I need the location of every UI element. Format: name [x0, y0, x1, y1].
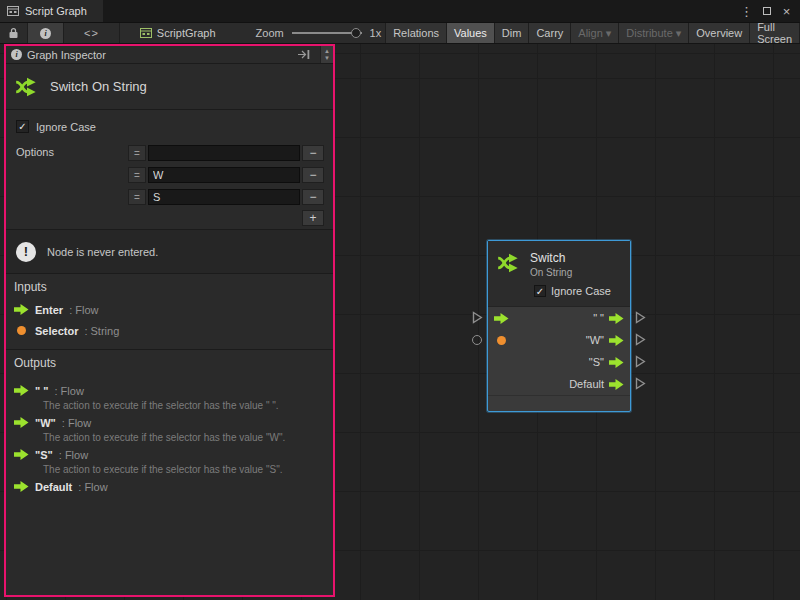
- output-flow-port[interactable]: [609, 379, 624, 390]
- remove-option-button[interactable]: −: [302, 167, 324, 183]
- ignore-case-toggle[interactable]: ✓ Ignore Case: [16, 120, 96, 133]
- code-icon: <>: [84, 27, 99, 39]
- full-screen-button[interactable]: Full Screen: [750, 23, 800, 43]
- dock-panel-icon[interactable]: [297, 49, 310, 60]
- checkbox-checked-icon[interactable]: ✓: [16, 120, 29, 133]
- enter-flow-port[interactable]: [494, 313, 509, 324]
- external-value-circle[interactable]: [472, 335, 482, 345]
- inspector-toggle-button[interactable]: i: [28, 23, 64, 43]
- inspector-header-title: Graph Inspector: [27, 49, 106, 61]
- output-flow-port[interactable]: [609, 313, 624, 324]
- inspector-header: i Graph Inspector ▲ ▼: [6, 46, 333, 64]
- switch-icon: [496, 250, 522, 276]
- flow-port-icon: [14, 385, 29, 396]
- remove-option-button[interactable]: −: [302, 145, 324, 161]
- drag-handle-icon[interactable]: =: [128, 189, 146, 205]
- value-port-icon: [17, 326, 26, 335]
- window-menu-button[interactable]: ⋮: [738, 3, 755, 20]
- external-input-triangle[interactable]: [472, 311, 483, 324]
- code-view-button[interactable]: <>: [64, 23, 120, 43]
- scroll-up-icon[interactable]: ▲: [324, 48, 330, 55]
- graph-inspector-panel: i Graph Inspector ▲ ▼ Switch On String ✓: [4, 44, 335, 597]
- node-subtitle: On String: [530, 267, 572, 278]
- external-output-triangle[interactable]: [635, 333, 646, 346]
- output-flow-port[interactable]: [609, 335, 624, 346]
- overview-button[interactable]: Overview: [689, 23, 750, 43]
- lock-button[interactable]: [0, 23, 28, 43]
- graph-breadcrumb[interactable]: ScriptGraph: [140, 27, 216, 39]
- port-name: Selector: [35, 325, 78, 337]
- chevron-down-icon: ▾: [676, 27, 682, 40]
- window-tab-bar: Script Graph ⋮ ×: [0, 0, 800, 22]
- output-row: " " : Flow: [14, 382, 325, 399]
- inputs-section: Inputs Enter : Flow Selector : String: [6, 274, 333, 350]
- page-title: Switch On String: [50, 79, 147, 94]
- option-row: = −: [128, 142, 324, 164]
- zoom-slider-knob[interactable]: [351, 28, 361, 38]
- flow-port-icon: [14, 304, 29, 315]
- close-button[interactable]: ×: [778, 3, 795, 20]
- align-dropdown[interactable]: Align▾: [571, 23, 619, 43]
- port-name: Enter: [35, 304, 63, 316]
- graph-window-icon: [7, 5, 19, 17]
- carry-button[interactable]: Carry: [529, 23, 571, 43]
- inspector-title-section: Switch On String: [6, 64, 333, 110]
- zoom-label: Zoom: [256, 27, 284, 39]
- info-icon: i: [40, 28, 51, 39]
- scroll-down-icon[interactable]: ▼: [324, 55, 330, 62]
- zoom-slider[interactable]: [292, 32, 362, 34]
- maximize-icon: [763, 7, 771, 15]
- port-name: "S": [35, 449, 53, 461]
- node-ignore-case-toggle[interactable]: ✓ Ignore Case: [534, 285, 611, 297]
- add-option-button[interactable]: +: [302, 210, 324, 226]
- toolbar-button-group: Relations Values Dim Carry Align▾ Distri…: [385, 23, 800, 43]
- tab-script-graph[interactable]: Script Graph: [0, 0, 103, 22]
- chevron-down-icon: ▾: [606, 27, 612, 40]
- port-description: The action to execute if the selector ha…: [43, 431, 325, 446]
- external-output-triangle[interactable]: [635, 355, 646, 368]
- output-row: "S" : Flow: [14, 446, 325, 463]
- port-label: "S": [589, 356, 604, 368]
- node-footer: [488, 395, 630, 411]
- drag-handle-icon[interactable]: =: [128, 167, 146, 183]
- node-port-row: "S": [488, 351, 630, 373]
- external-output-triangle[interactable]: [635, 377, 646, 390]
- outputs-header: Outputs: [14, 356, 325, 370]
- inputs-header: Inputs: [14, 280, 325, 294]
- external-output-triangle[interactable]: [635, 311, 646, 324]
- graph-toolbar: i <> ScriptGraph Zoom 1x Relations Value…: [0, 22, 800, 44]
- distribute-dropdown[interactable]: Distribute▾: [619, 23, 689, 43]
- input-row: Enter : Flow: [14, 299, 325, 320]
- relations-button[interactable]: Relations: [386, 23, 447, 43]
- selector-value-port[interactable]: [497, 336, 506, 345]
- output-flow-port[interactable]: [609, 357, 624, 368]
- port-name: " ": [35, 385, 49, 397]
- output-row: "W" : Flow: [14, 414, 325, 431]
- values-button[interactable]: Values: [447, 23, 495, 43]
- drag-handle-icon[interactable]: =: [128, 145, 146, 161]
- warning-banner: ! Node is never entered.: [6, 230, 333, 274]
- dim-button[interactable]: Dim: [495, 23, 530, 43]
- port-description: The action to execute if the selector ha…: [43, 399, 325, 414]
- flow-port-icon: [14, 481, 29, 492]
- panel-scroll-stepper: ▲ ▼: [320, 46, 333, 63]
- option-value-input[interactable]: [148, 145, 300, 161]
- flow-port-icon: [14, 417, 29, 428]
- port-description: The action to execute if the selector ha…: [43, 463, 325, 478]
- output-row: Default : Flow: [14, 478, 325, 495]
- option-value-input[interactable]: [148, 167, 300, 183]
- node-header[interactable]: Switch On String ✓ Ignore Case: [488, 241, 630, 307]
- node-title: Switch: [530, 251, 572, 265]
- remove-option-button[interactable]: −: [302, 189, 324, 205]
- input-row: Selector : String: [14, 320, 325, 341]
- switch-node[interactable]: Switch On String ✓ Ignore Case " " "W": [487, 240, 631, 412]
- maximize-button[interactable]: [758, 3, 775, 20]
- inspector-controls-section: ✓ Ignore Case Options = − = − = − +: [6, 110, 333, 230]
- outputs-section: Outputs " " : Flow The action to execute…: [6, 350, 333, 503]
- port-label: "W": [586, 334, 604, 346]
- tab-title: Script Graph: [25, 5, 87, 17]
- option-value-input[interactable]: [148, 189, 300, 205]
- options-label: Options: [16, 146, 54, 158]
- checkbox-checked-icon[interactable]: ✓: [534, 285, 546, 297]
- warning-icon: !: [16, 242, 36, 262]
